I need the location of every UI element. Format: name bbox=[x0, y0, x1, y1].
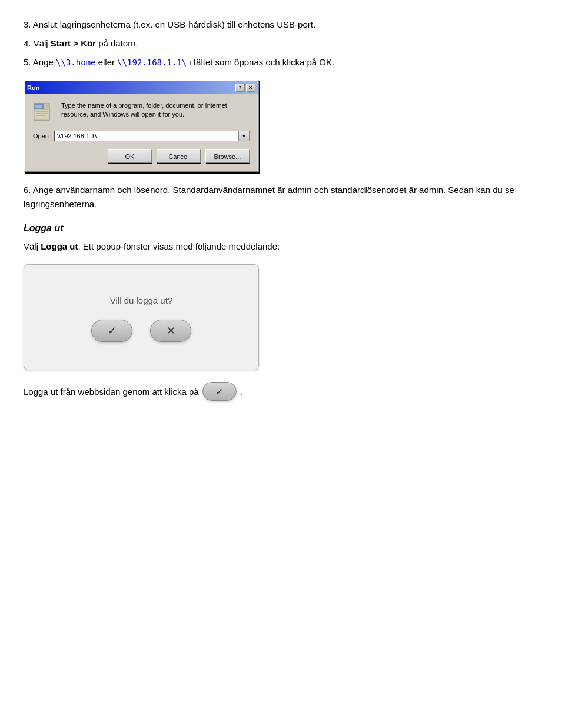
svg-rect-2 bbox=[35, 105, 42, 108]
run-input-wrapper[interactable]: ▼ bbox=[54, 131, 250, 141]
run-ok-button[interactable]: OK bbox=[108, 149, 152, 163]
run-dialog-wrapper: Run ? ✕ bbox=[24, 80, 541, 172]
bottom-confirm-button[interactable]: ✓ bbox=[202, 382, 237, 401]
logout-confirm-button[interactable]: ✓ bbox=[91, 320, 132, 342]
run-description: Type the name of a program, folder, docu… bbox=[61, 101, 250, 119]
logout-intro: Välj Logga ut. Ett popup-fönster visas m… bbox=[24, 240, 541, 254]
run-titlebar-buttons: ? ✕ bbox=[235, 84, 255, 92]
checkmark-icon: ✓ bbox=[108, 324, 117, 337]
bottom-line: Logga ut från webbsidan genom att klicka… bbox=[24, 382, 541, 401]
run-top-section: Type the name of a program, folder, docu… bbox=[33, 101, 250, 124]
logout-dialog: Vill du logga ut? ✓ ✕ bbox=[24, 264, 259, 370]
svg-rect-3 bbox=[34, 109, 49, 120]
logout-bold: Logga ut bbox=[41, 241, 78, 251]
run-cancel-button[interactable]: Cancel bbox=[157, 149, 201, 163]
logout-dialog-message: Vill du logga ut? bbox=[110, 295, 172, 305]
run-input-row: Open: ▼ bbox=[33, 131, 250, 141]
logout-dialog-buttons: ✓ ✕ bbox=[91, 320, 191, 342]
run-dropdown-button[interactable]: ▼ bbox=[238, 131, 249, 141]
run-buttons-row: OK Cancel Browse... bbox=[33, 149, 250, 163]
run-input-field[interactable] bbox=[55, 131, 238, 141]
logout-heading: Logga ut bbox=[24, 223, 541, 234]
step-3: 3. Anslut lagringsenheterna (t.ex. en US… bbox=[24, 18, 541, 32]
cross-icon: ✕ bbox=[167, 324, 175, 337]
run-titlebar-title: Run bbox=[27, 84, 39, 91]
run-titlebar: Run ? ✕ bbox=[25, 81, 258, 94]
run-dialog: Run ? ✕ bbox=[24, 80, 259, 172]
run-browse-button[interactable]: Browse... bbox=[205, 149, 250, 163]
run-body: Type the name of a program, folder, docu… bbox=[25, 94, 258, 171]
step-6: 6. Ange användarnamn och lösenord. Stand… bbox=[24, 183, 541, 211]
step-5: 5. Ange \\3.home eller \\192.168.1.1\ i … bbox=[24, 55, 541, 69]
run-floppy-icon bbox=[33, 101, 55, 124]
logout-dialog-wrapper: Vill du logga ut? ✓ ✕ bbox=[24, 264, 541, 370]
checkmark-icon-inline: ✓ bbox=[215, 386, 223, 397]
run-close-button[interactable]: ✕ bbox=[246, 84, 255, 92]
step-4: 4. Välj Start > Kör på datorn. bbox=[24, 36, 541, 51]
logout-cancel-button[interactable]: ✕ bbox=[150, 320, 191, 342]
run-open-label: Open: bbox=[33, 132, 51, 139]
run-help-button[interactable]: ? bbox=[235, 84, 245, 92]
link-ip[interactable]: \\192.168.1.1\ bbox=[117, 58, 187, 67]
link-3home[interactable]: \\3.home bbox=[56, 58, 95, 67]
